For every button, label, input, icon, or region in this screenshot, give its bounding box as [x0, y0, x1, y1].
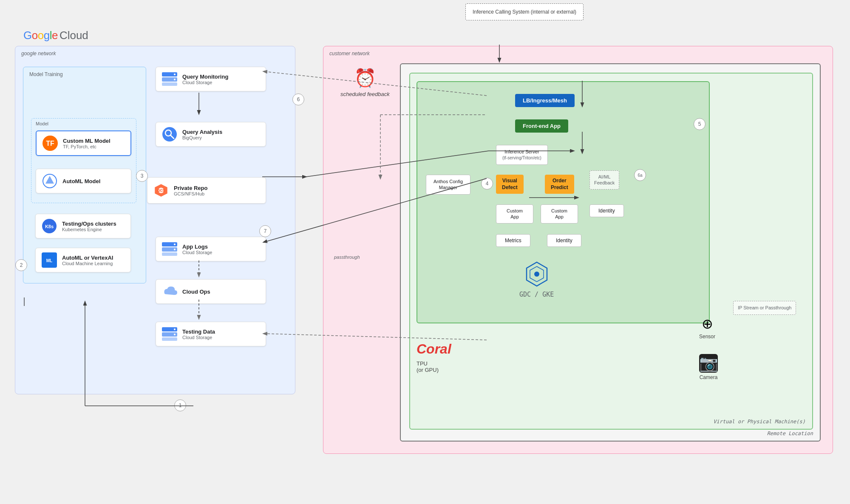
- k8s-icon: K8s: [42, 218, 57, 234]
- svg-point-31: [534, 272, 539, 277]
- svg-point-11: [174, 74, 176, 75]
- app-logs-text: App Logs Cloud Storage: [182, 244, 212, 255]
- app-logs-title: App Logs: [182, 244, 212, 250]
- google-cloud-logo: Google Cloud: [23, 29, 88, 42]
- app-logs-icon: [162, 241, 177, 257]
- query-analysis-subtitle: BigQuery: [182, 135, 222, 140]
- num-1-circle: 1: [174, 399, 186, 411]
- query-monitoring-card: Query Monitoring Cloud Storage: [156, 67, 266, 91]
- query-monitoring-text: Query Monitoring Cloud Storage: [182, 74, 228, 85]
- svg-point-27: [174, 328, 176, 330]
- automl-model-title: AutoML Model: [62, 178, 100, 184]
- svg-point-23: [174, 249, 176, 250]
- testing-data-title: Testing Data: [182, 328, 215, 335]
- svg-text:TF: TF: [46, 140, 54, 147]
- coral-section: Coral TPU (or GPU): [416, 341, 536, 373]
- inference-server-box: Inference Server (tf-serving/Triton/etc): [496, 145, 548, 165]
- custom-app-2-text2: App: [547, 214, 572, 220]
- model-training-label: Model Training: [29, 71, 63, 77]
- svg-point-28: [174, 334, 176, 335]
- custom-ml-model-title: Custom ML Model: [63, 138, 110, 144]
- remote-location-label: Remote Location: [767, 430, 813, 436]
- gdc-gke-icon-section: GDC / GKE: [519, 260, 554, 298]
- visual-defect-text: Visual: [502, 178, 518, 184]
- customer-network-label: customer network: [329, 51, 370, 57]
- query-analysis-card: Query Analysis BigQuery: [156, 122, 266, 147]
- testing-ops-title: Testing/Ops clusters: [62, 221, 116, 227]
- cloud-ops-text: Cloud Ops: [182, 289, 210, 295]
- google-network-label: google network: [21, 51, 56, 57]
- num-3-circle: 3: [136, 170, 148, 182]
- query-monitoring-icon: [162, 71, 177, 87]
- aiml-feedback-text2: Feedback: [594, 180, 615, 186]
- testing-ops-card: K8s Testing/Ops clusters Kubernetes Engi…: [35, 214, 131, 238]
- tpu-label: TPU (or GPU): [416, 360, 536, 373]
- order-predict-btn: Order Predict: [545, 175, 574, 194]
- custom-app-2-text: Custom: [547, 208, 572, 214]
- svg-rect-10: [162, 82, 177, 86]
- camera-label: Camera: [699, 374, 718, 380]
- app-logs-subtitle: Cloud Storage: [182, 250, 212, 255]
- inference-server-title: Inference Server: [502, 149, 541, 155]
- testing-data-text: Testing Data Cloud Storage: [182, 328, 215, 340]
- anthos-config-box: Anthos Config Manager: [426, 175, 470, 195]
- custom-ml-model-subtitle: TF, PyTorch, etc: [63, 144, 110, 149]
- private-repo-text: Private Repo GCS/NFS/Hub: [174, 185, 207, 196]
- cloud-ops-title: Cloud Ops: [182, 289, 210, 295]
- testing-data-card: Testing Data Cloud Storage: [156, 322, 266, 346]
- sensor-label: Sensor: [699, 334, 715, 340]
- num-6-circle: 6: [292, 93, 304, 105]
- private-repo-subtitle: GCS/NFS/Hub: [174, 191, 207, 196]
- svg-point-22: [174, 244, 176, 245]
- camera-section: 📷 Camera: [699, 354, 718, 380]
- frontend-app-btn: Front-end App: [515, 119, 568, 133]
- google-network-box: google network Model Training Model TF C…: [15, 46, 295, 394]
- lb-ingress-mesh-btn: LB/Ingress/Mesh: [515, 94, 575, 107]
- metrics-box: Metrics: [496, 234, 530, 247]
- order-predict-text2: Predict: [551, 184, 568, 191]
- ip-stream-box: IP Stream or Passthrough: [733, 301, 796, 315]
- query-analysis-title: Query Analysis: [182, 129, 222, 135]
- svg-text:K8s: K8s: [45, 224, 54, 229]
- camera-icon: 📷: [699, 354, 718, 373]
- custom-app-1-text2: App: [502, 214, 527, 220]
- clock-icon: ⏰: [340, 68, 390, 88]
- model-box-label: Model: [36, 121, 48, 126]
- cloud-text: Cloud: [60, 29, 88, 42]
- visual-defect-btn: Visual Defect: [496, 175, 524, 194]
- passthrough-label: passthrough: [334, 255, 360, 260]
- num-7-circle: 7: [259, 225, 271, 237]
- cloud-ops-card: Cloud Ops: [156, 279, 266, 304]
- query-monitoring-subtitle: Cloud Storage: [182, 80, 228, 85]
- svg-marker-3: [45, 176, 54, 184]
- custom-app-2-box: Custom App: [541, 204, 578, 224]
- testing-data-subtitle: Cloud Storage: [182, 335, 215, 340]
- sensor-icon: ⊕: [699, 316, 715, 332]
- vpm-box: Virtual or Physical Machine(s) LB/Ingres…: [409, 73, 813, 430]
- scheduled-feedback-section: ⏰ scheduled feedback: [340, 68, 390, 97]
- custom-ml-model-card: TF Custom ML Model TF, PyTorch, etc: [36, 130, 131, 156]
- custom-ml-model-text: Custom ML Model TF, PyTorch, etc: [63, 138, 110, 149]
- private-repo-title: Private Repo: [174, 185, 207, 191]
- testing-ops-text: Testing/Ops clusters Kubernetes Engine: [62, 221, 116, 232]
- remote-location-box: Remote Location Virtual or Physical Mach…: [400, 63, 821, 442]
- testing-data-icon: [162, 326, 177, 342]
- cloud-ops-icon: [162, 284, 177, 299]
- inference-calling-box: Inference Calling System (internal or ex…: [465, 3, 584, 20]
- private-repo-card: GCS Private Repo GCS/NFS/Hub: [147, 177, 266, 204]
- custom-app-1-text: Custom: [502, 208, 527, 214]
- vpm-label: Virtual or Physical Machine(s): [713, 419, 805, 425]
- automl-model-text: AutoML Model: [62, 178, 100, 184]
- svg-point-13: [162, 127, 177, 142]
- identity-box: Identity: [589, 204, 624, 217]
- automl-vertexai-title: AutoML or VertexAI: [62, 255, 113, 261]
- automl-model-card: AutoML Model: [36, 169, 131, 193]
- vertexai-icon: ML: [42, 252, 57, 268]
- num-2-circle: 2: [15, 259, 27, 271]
- automl-vertexai-card: ML AutoML or VertexAI Cloud Machine Lear…: [35, 248, 131, 272]
- custom-app-1-box: Custom App: [496, 204, 533, 224]
- inference-server-subtitle: (tf-serving/Triton/etc): [502, 155, 541, 161]
- query-analysis-text: Query Analysis BigQuery: [182, 129, 222, 140]
- gdc-gke-icon: [523, 260, 550, 288]
- google-text: Google: [23, 29, 58, 42]
